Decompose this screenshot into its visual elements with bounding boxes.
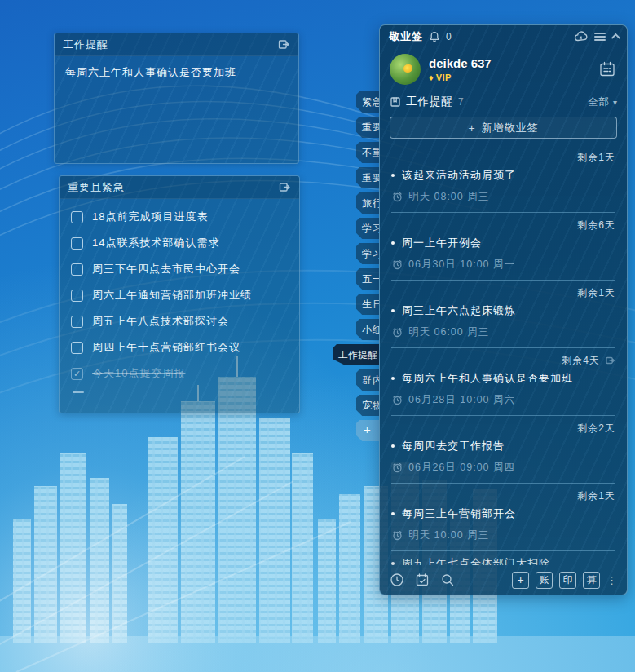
category-tab[interactable]: 不重	[356, 142, 379, 163]
caret-down-icon: ▾	[613, 98, 617, 107]
partial-todo-item	[73, 391, 84, 393]
note-title: 周三上午六点起床锻炼	[402, 303, 516, 318]
note-time: 06月26日 09:00 周四	[408, 461, 515, 475]
checkbox-icon[interactable]	[71, 316, 83, 328]
category-tab[interactable]: 宠物	[356, 395, 379, 416]
section-header: 工作提醒 7 全部 ▾	[380, 92, 627, 114]
quick-add-button[interactable]: +	[512, 572, 529, 589]
category-tab[interactable]: 学习	[356, 243, 379, 264]
note-item[interactable]: 剩余6天 周一上午开例会 06月30日 10:00 周一	[391, 213, 615, 281]
checkbox-icon[interactable]	[71, 211, 83, 223]
bell-icon[interactable]	[429, 31, 440, 42]
note-item[interactable]: 剩余4天 每周六上午和人事确认是否要加班 06月28日 10:00 周六	[391, 348, 615, 416]
username: deikde 637	[429, 56, 492, 70]
todo-item[interactable]: 18点前完成项目进度表	[60, 204, 299, 230]
calendar-icon[interactable]	[598, 60, 617, 79]
days-left-badge: 剩余1天	[577, 286, 615, 300]
todo-item[interactable]: 周五上午八点技术部探讨会	[60, 308, 299, 334]
note-time: 明天 10:00 周三	[408, 528, 489, 542]
checkbox-icon[interactable]	[71, 263, 83, 276]
category-tab[interactable]: 重要	[356, 117, 379, 138]
desktop-widget-work-reminder[interactable]: 工作提醒 每周六上午和人事确认是否要加班	[54, 33, 299, 164]
category-tab[interactable]: 群内	[356, 369, 379, 391]
note-item[interactable]: 剩余2天 每周四去交工作报告 06月26日 09:00 周四	[391, 416, 615, 484]
vip-diamond-icon: ♦	[429, 73, 434, 82]
category-tab[interactable]: 生日	[356, 294, 379, 315]
cloud-sync-icon[interactable]	[574, 31, 589, 42]
note-item[interactable]: 剩余1天 周三上午六点起床锻炼 明天 06:00 周三	[391, 281, 615, 348]
todo-item[interactable]: 周六上午通知营销部加班冲业绩	[60, 282, 299, 308]
todo-item[interactable]: 14点联系技术部确认需求	[60, 230, 299, 256]
todo-text: 14点联系技术部确认需求	[92, 236, 219, 250]
time-manage-icon[interactable]	[390, 573, 404, 587]
category-tab[interactable]: 重要	[356, 167, 379, 188]
note-time: 06月30日 10:00 周一	[408, 258, 515, 272]
days-left-badge: 剩余6天	[577, 219, 615, 232]
bullet-icon	[391, 377, 395, 380]
desktop-widget-important-urgent[interactable]: 重要且紧急 18点前完成项目进度表 14点联系技术部确认需求 周三下午四点去市民…	[59, 175, 300, 413]
category-tab[interactable]: 学习	[356, 218, 379, 239]
new-note-label: 新增敬业签	[482, 121, 539, 135]
app-title: 敬业签	[389, 29, 423, 44]
note-time: 明天 08:00 周三	[408, 190, 489, 204]
checkbox-icon[interactable]	[71, 342, 83, 354]
section-title: 工作提醒	[406, 95, 453, 109]
todo-text: 18点前完成项目进度表	[92, 210, 208, 224]
note-item[interactable]: 剩余1天 每周三上午营销部开会 明天 10:00 周三	[391, 484, 615, 551]
widget-title: 工作提醒	[63, 38, 108, 52]
days-left-badge: 剩余4天	[562, 354, 600, 368]
todo-text: 周五上午八点技术部探讨会	[92, 314, 229, 329]
more-options-icon[interactable]: ⋮	[606, 575, 617, 586]
todo-item[interactable]: 周三下午四点去市民中心开会	[60, 256, 299, 282]
ledger-button[interactable]: 账	[536, 572, 553, 589]
bullet-icon	[391, 444, 395, 448]
filter-dropdown[interactable]: 全部 ▾	[588, 95, 617, 109]
vip-badge: ♦ VIP	[429, 73, 492, 82]
widget-header: 工作提醒	[55, 33, 298, 56]
checkbox-icon[interactable]	[71, 237, 83, 250]
alarm-icon	[392, 530, 403, 541]
note-time: 明天 06:00 周三	[408, 325, 489, 339]
todo-text: 周三下午四点去市民中心开会	[92, 262, 240, 276]
days-left-badge: 剩余1天	[577, 489, 615, 503]
todo-calendar-icon[interactable]	[415, 573, 430, 587]
days-left-badge: 剩余1天	[577, 151, 615, 165]
bullet-icon	[391, 241, 395, 245]
todo-item[interactable]: 周四上午十点营销部红书会议	[60, 334, 299, 360]
flower-icon	[403, 64, 412, 73]
new-note-button[interactable]: + 新增敬业签	[390, 117, 617, 139]
category-tab-active[interactable]: 工作提醒	[333, 344, 379, 365]
note-title: 每周六上午和人事确认是否要加班	[402, 371, 573, 386]
note-title: 该起来活动活动肩颈了	[402, 168, 516, 183]
collapse-icon[interactable]	[611, 33, 618, 40]
print-button[interactable]: 印	[559, 572, 576, 589]
desktop: 工作提醒 每周六上午和人事确认是否要加班 重要且紧急 18点前完成项目进度表 1…	[0, 0, 635, 672]
category-tab[interactable]: 紧急	[356, 91, 379, 113]
category-tab[interactable]: 旅行	[356, 192, 379, 214]
open-in-app-icon[interactable]	[277, 38, 290, 51]
checkbox-icon[interactable]	[71, 290, 83, 302]
note-title: 每周四去交工作报告	[402, 439, 505, 453]
main-panel: 敬业签 0 deikde 637 ♦ VIP	[379, 24, 628, 595]
title-bar: 敬业签 0	[380, 25, 627, 48]
bullet-icon	[391, 512, 395, 515]
category-icon	[390, 96, 401, 108]
open-in-app-icon[interactable]	[278, 181, 291, 194]
calculator-button[interactable]: 算	[583, 572, 600, 589]
avatar[interactable]	[390, 54, 421, 85]
checkbox-checked-icon[interactable]: ✓	[71, 368, 83, 380]
category-tab-strip: 紧急 重要 不重 重要 旅行 学习 学习 五一 生日 小红 工作提醒 群内 宠物…	[356, 91, 379, 441]
note-item-partial[interactable]: 周五上午七点全体部门大扫除	[391, 551, 615, 565]
category-tab[interactable]: 五一	[356, 268, 379, 290]
todo-item-completed[interactable]: ✓ 今天10点提交周报	[60, 360, 299, 387]
alarm-icon	[392, 192, 403, 202]
alarm-icon	[392, 462, 403, 473]
note-item[interactable]: 剩余1天 该起来活动活动肩颈了 明天 08:00 周三	[391, 145, 615, 213]
todo-text: 周四上午十点营销部红书会议	[92, 340, 240, 355]
note-title: 每周三上午营销部开会	[402, 506, 516, 521]
add-category-tab-button[interactable]: +	[356, 420, 379, 441]
menu-icon[interactable]	[594, 33, 606, 41]
shown-on-desktop-icon[interactable]	[605, 356, 615, 366]
category-tab[interactable]: 小红	[356, 319, 379, 340]
search-icon[interactable]	[440, 573, 455, 587]
